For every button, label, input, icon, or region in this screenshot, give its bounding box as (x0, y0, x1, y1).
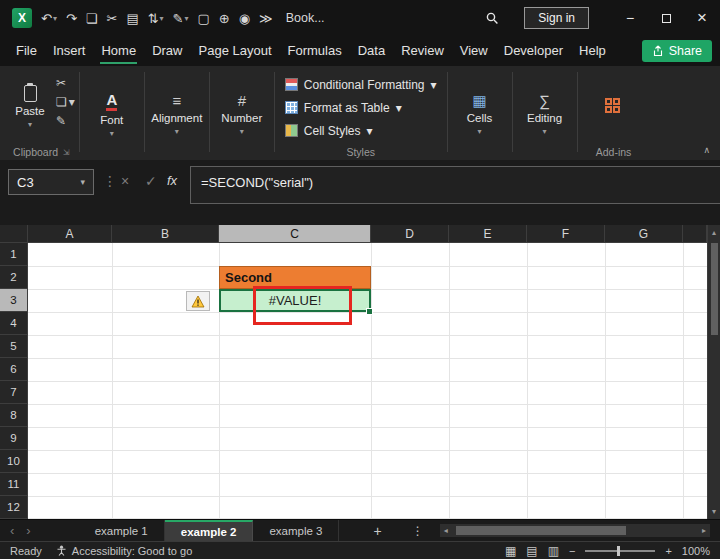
editing-group-button[interactable]: ∑ Editing ▾ (517, 69, 573, 160)
new-document-icon[interactable]: ▢ (198, 11, 210, 26)
page-break-view-icon[interactable]: ▥ (548, 544, 559, 558)
tab-data[interactable]: Data (350, 36, 393, 66)
minimize-button[interactable]: − (612, 0, 648, 36)
font-group-button[interactable]: A Font ▾ (84, 69, 140, 160)
spreadsheet-grid[interactable]: A B C D E F G 1 2 3 4 5 6 7 8 9 10 11 12 (0, 225, 707, 519)
error-checking-button[interactable] (186, 291, 210, 311)
tab-help[interactable]: Help (571, 36, 614, 66)
row-header-2[interactable]: 2 (0, 266, 28, 289)
tab-review[interactable]: Review (393, 36, 452, 66)
row-header-5[interactable]: 5 (0, 335, 28, 358)
zoom-slider[interactable] (585, 550, 655, 552)
column-header-b[interactable]: B (112, 225, 219, 243)
tab-developer[interactable]: Developer (496, 36, 571, 66)
copy-icon[interactable]: ❏ (86, 11, 98, 26)
row-header-3[interactable]: 3 (0, 289, 28, 312)
redo-icon[interactable]: ↷ (66, 11, 77, 26)
search-icon[interactable] (485, 11, 499, 25)
zoom-level[interactable]: 100% (682, 545, 710, 557)
normal-view-icon[interactable]: ▦ (505, 544, 516, 558)
page-layout-view-icon[interactable]: ▤ (526, 544, 537, 558)
scroll-left-icon[interactable]: ◂ (444, 526, 448, 535)
cut-button[interactable]: ✂ (56, 77, 75, 89)
sheet-tab-example-3[interactable]: example 3 (253, 520, 339, 541)
scroll-right-icon[interactable]: ▸ (702, 526, 706, 535)
horizontal-scrollbar-thumb[interactable] (456, 526, 626, 535)
collapse-ribbon-icon[interactable]: ∧ (703, 145, 710, 155)
insert-function-icon[interactable]: fx (167, 173, 177, 188)
copy-button[interactable]: ❏▾ (56, 96, 75, 108)
tab-file[interactable]: File (8, 36, 45, 66)
alignment-icon: ≡ (172, 93, 181, 109)
namebox-resize-handle[interactable]: ⋮ (103, 173, 117, 189)
number-group-button[interactable]: # Number ▾ (214, 69, 270, 160)
cell-styles-button[interactable]: Cell Styles ▾ (279, 119, 443, 142)
fill-handle[interactable] (366, 308, 373, 315)
accessibility-status[interactable]: Accessibility: Good to go (56, 545, 192, 557)
sign-in-button[interactable]: Sign in (524, 7, 589, 29)
row-header-11[interactable]: 11 (0, 473, 28, 496)
formula-input[interactable]: =SECOND("serial") (190, 166, 720, 204)
close-button[interactable]: × (684, 0, 720, 36)
prev-sheet-icon[interactable]: ‹ (10, 523, 14, 538)
sheet-options-icon[interactable]: ⋮ (412, 520, 424, 541)
row-header-7[interactable]: 7 (0, 381, 28, 404)
enter-icon[interactable]: ✓ (145, 173, 157, 189)
tab-home[interactable]: Home (93, 36, 144, 66)
zoom-slider-thumb[interactable] (617, 546, 620, 556)
column-header-e[interactable]: E (449, 225, 527, 243)
row-header-6[interactable]: 6 (0, 358, 28, 381)
addins-button[interactable] (592, 98, 636, 115)
row-header-4[interactable]: 4 (0, 312, 28, 335)
tab-view[interactable]: View (452, 36, 496, 66)
horizontal-scrollbar[interactable]: ◂ ▸ (440, 524, 710, 537)
cancel-icon[interactable]: × (121, 173, 129, 189)
select-all-corner[interactable] (0, 225, 28, 243)
namebox-dropdown-icon[interactable]: ▾ (80, 177, 85, 187)
paste-icon[interactable]: ▤ (126, 11, 138, 26)
excel-logo-icon[interactable]: X (12, 8, 32, 28)
scroll-up-icon[interactable]: ▴ (708, 228, 720, 237)
more-commands-icon[interactable]: ≫ (259, 11, 273, 26)
scroll-down-icon[interactable]: ▾ (708, 507, 720, 516)
next-sheet-icon[interactable]: › (26, 523, 30, 538)
row-header-9[interactable]: 9 (0, 427, 28, 450)
sort-icon[interactable]: ⇅▾ (148, 11, 164, 26)
dialog-launcher-icon[interactable]: ⇲ (63, 148, 70, 157)
row-header-8[interactable]: 8 (0, 404, 28, 427)
cut-icon[interactable]: ✂ (106, 11, 117, 26)
zoom-out-icon[interactable]: − (569, 545, 575, 557)
share-button[interactable]: Share (642, 40, 712, 62)
sheet-tab-example-1[interactable]: example 1 (79, 520, 165, 541)
name-box[interactable]: C3 ▾ (8, 169, 94, 195)
tab-insert[interactable]: Insert (45, 36, 94, 66)
styles-group: Conditional Formatting ▾ Format as Table… (279, 69, 443, 160)
column-header-a[interactable]: A (28, 225, 112, 243)
row-header-1[interactable]: 1 (0, 243, 28, 266)
tab-page-layout[interactable]: Page Layout (191, 36, 280, 66)
insert-icon[interactable]: ⊕ (219, 11, 230, 26)
zoom-in-icon[interactable]: + (665, 545, 671, 557)
column-header-g[interactable]: G (605, 225, 683, 243)
column-header-f[interactable]: F (527, 225, 605, 243)
column-header-c[interactable]: C (219, 225, 371, 243)
column-header-d[interactable]: D (371, 225, 449, 243)
add-sheet-button[interactable]: + (367, 520, 387, 541)
row-header-12[interactable]: 12 (0, 496, 28, 519)
tab-draw[interactable]: Draw (144, 36, 190, 66)
camera-icon[interactable]: ◉ (239, 11, 250, 26)
paste-button[interactable]: Paste ▾ (8, 69, 52, 144)
format-as-table-button[interactable]: Format as Table ▾ (279, 96, 443, 119)
sheet-tab-example-2[interactable]: example 2 (165, 520, 254, 541)
undo-icon[interactable]: ↶▾ (41, 11, 57, 26)
vertical-scrollbar-thumb[interactable] (711, 243, 718, 335)
vertical-scrollbar[interactable]: ▴ ▾ (707, 225, 720, 519)
cells-group-button[interactable]: ▦ Cells ▾ (452, 69, 508, 160)
tab-formulas[interactable]: Formulas (280, 36, 350, 66)
maximize-button[interactable] (648, 0, 684, 36)
alignment-group-button[interactable]: ≡ Alignment ▾ (149, 69, 205, 160)
row-header-10[interactable]: 10 (0, 450, 28, 473)
format-painter-icon[interactable]: ✎▾ (173, 11, 189, 26)
format-painter-button[interactable]: ✎ (56, 115, 75, 127)
conditional-formatting-button[interactable]: Conditional Formatting ▾ (279, 73, 443, 96)
